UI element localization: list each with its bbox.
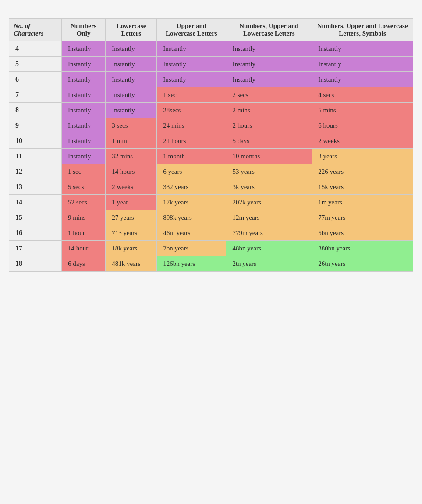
data-cell: Instantly xyxy=(226,72,312,87)
data-cell: 10 months xyxy=(226,149,312,164)
data-cell: 5 secs xyxy=(62,179,106,195)
data-cell: Instantly xyxy=(62,149,106,164)
chars-cell: 14 xyxy=(9,195,62,210)
data-cell: Instantly xyxy=(312,41,413,57)
table-row: 4InstantlyInstantlyInstantlyInstantlyIns… xyxy=(9,41,413,57)
data-cell: 12m years xyxy=(226,210,312,225)
data-cell: 52 secs xyxy=(62,195,106,210)
chars-cell: 10 xyxy=(9,133,62,149)
data-cell: 332 years xyxy=(157,179,226,195)
data-cell: 3 years xyxy=(312,149,413,164)
data-cell: 1 hour xyxy=(62,225,106,241)
data-cell: 481k years xyxy=(106,256,157,272)
chars-cell: 9 xyxy=(9,118,62,133)
data-cell: Instantly xyxy=(312,72,413,87)
chars-cell: 17 xyxy=(9,241,62,256)
data-cell: Instantly xyxy=(157,72,226,87)
data-cell: 6 years xyxy=(157,164,226,179)
data-cell: Instantly xyxy=(106,103,157,118)
data-cell: 46m years xyxy=(157,225,226,241)
data-cell: 1 month xyxy=(157,149,226,164)
data-cell: 26tn years xyxy=(312,256,413,272)
table-row: 186 days481k years126bn years2tn years26… xyxy=(9,256,413,272)
data-cell: Instantly xyxy=(62,133,106,149)
data-cell: 1 min xyxy=(106,133,157,149)
data-cell: 2 secs xyxy=(226,87,312,103)
data-cell: Instantly xyxy=(62,57,106,72)
data-cell: 9 mins xyxy=(62,210,106,225)
data-cell: 28secs xyxy=(157,103,226,118)
data-cell: 2 weeks xyxy=(106,179,157,195)
data-cell: 18k years xyxy=(106,241,157,256)
header-numbers-upper-lower-symbols: Numbers, Upper and Lowercase Letters, Sy… xyxy=(312,19,413,41)
data-cell: 24 mins xyxy=(157,118,226,133)
data-cell: 14 hours xyxy=(106,164,157,179)
data-cell: 77m years xyxy=(312,210,413,225)
data-cell: Instantly xyxy=(106,72,157,87)
chars-cell: 6 xyxy=(9,72,62,87)
table-row: 1714 hour18k years2bn years48bn years380… xyxy=(9,241,413,256)
data-cell: 32 mins xyxy=(106,149,157,164)
table-row: 7InstantlyInstantly1 sec2 secs4 secs xyxy=(9,87,413,103)
data-cell: 48bn years xyxy=(226,241,312,256)
data-cell: 3k years xyxy=(226,179,312,195)
data-cell: 1 sec xyxy=(157,87,226,103)
data-cell: 779m years xyxy=(226,225,312,241)
data-cell: 5bn years xyxy=(312,225,413,241)
data-cell: 5 mins xyxy=(312,103,413,118)
data-cell: 713 years xyxy=(106,225,157,241)
data-cell: 21 hours xyxy=(157,133,226,149)
data-cell: 6 days xyxy=(62,256,106,272)
data-cell: 1 year xyxy=(106,195,157,210)
data-cell: Instantly xyxy=(157,41,226,57)
chars-cell: 11 xyxy=(9,149,62,164)
table-row: 121 sec14 hours6 years53 years226 years xyxy=(9,164,413,179)
table-row: 11Instantly32 mins1 month10 months3 year… xyxy=(9,149,413,164)
table-body: 4InstantlyInstantlyInstantlyInstantlyIns… xyxy=(9,41,413,272)
chars-cell: 7 xyxy=(9,87,62,103)
data-cell: Instantly xyxy=(106,87,157,103)
header-chars: No. of Characters xyxy=(9,19,62,41)
chars-cell: 5 xyxy=(9,57,62,72)
table-row: 159 mins27 years898k years12m years77m y… xyxy=(9,210,413,225)
table-row: 9Instantly3 secs24 mins2 hours6 hours xyxy=(9,118,413,133)
data-cell: Instantly xyxy=(62,118,106,133)
data-cell: 2 hours xyxy=(226,118,312,133)
data-cell: 2tn years xyxy=(226,256,312,272)
data-cell: 1m years xyxy=(312,195,413,210)
table-row: 5InstantlyInstantlyInstantlyInstantlyIns… xyxy=(9,57,413,72)
data-cell: Instantly xyxy=(106,41,157,57)
data-cell: Instantly xyxy=(62,87,106,103)
data-cell: 380bn years xyxy=(312,241,413,256)
data-cell: 27 years xyxy=(106,210,157,225)
data-cell: 3 secs xyxy=(106,118,157,133)
header-lowercase: Lowercase Letters xyxy=(106,19,157,41)
table-row: 8InstantlyInstantly28secs2 mins5 mins xyxy=(9,103,413,118)
data-cell: 17k years xyxy=(157,195,226,210)
data-cell: Instantly xyxy=(106,57,157,72)
data-cell: 898k years xyxy=(157,210,226,225)
header-numbers-upper-lower: Numbers, Upper and Lowercase Letters xyxy=(226,19,312,41)
table-row: 161 hour713 years46m years779m years5bn … xyxy=(9,225,413,241)
header-numbers-only: Numbers Only xyxy=(62,19,106,41)
data-cell: Instantly xyxy=(157,57,226,72)
data-cell: 126bn years xyxy=(157,256,226,272)
data-cell: Instantly xyxy=(312,57,413,72)
data-cell: 202k years xyxy=(226,195,312,210)
data-cell: 2bn years xyxy=(157,241,226,256)
data-cell: 5 days xyxy=(226,133,312,149)
chars-cell: 15 xyxy=(9,210,62,225)
table-row: 6InstantlyInstantlyInstantlyInstantlyIns… xyxy=(9,72,413,87)
data-cell: Instantly xyxy=(226,41,312,57)
chars-cell: 13 xyxy=(9,179,62,195)
data-cell: 53 years xyxy=(226,164,312,179)
data-cell: 2 weeks xyxy=(312,133,413,149)
data-cell: Instantly xyxy=(62,72,106,87)
page-title xyxy=(9,9,413,18)
page-container: No. of Characters Numbers Only Lowercase… xyxy=(9,9,413,272)
data-cell: 1 sec xyxy=(62,164,106,179)
data-cell: Instantly xyxy=(62,41,106,57)
data-cell: Instantly xyxy=(62,103,106,118)
table-row: 1452 secs1 year17k years202k years1m yea… xyxy=(9,195,413,210)
table-row: 10Instantly1 min21 hours5 days2 weeks xyxy=(9,133,413,149)
